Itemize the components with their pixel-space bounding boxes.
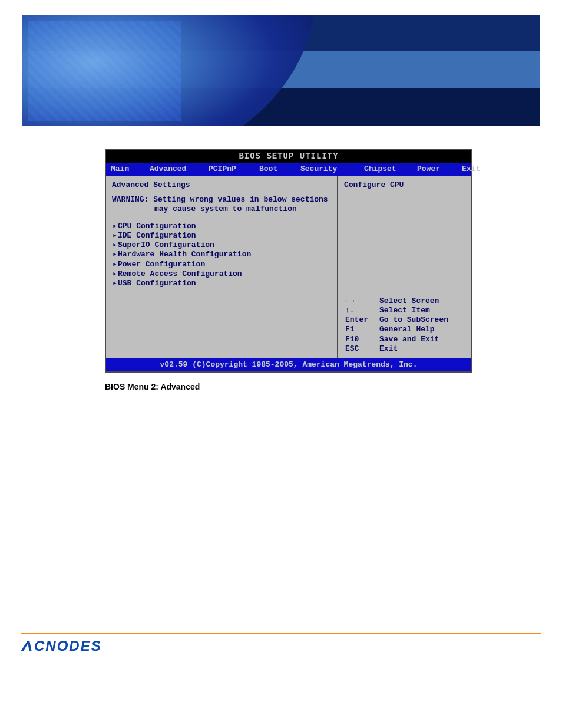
- brand-text: CNODES: [34, 638, 102, 654]
- menu-item[interactable]: ▸ Remote Access Configuration: [112, 269, 331, 279]
- menu-item-label: Remote Access Configuration: [118, 269, 242, 279]
- key-action: General Help: [378, 325, 468, 334]
- chevron-right-icon: ▸: [112, 279, 118, 288]
- menu-item[interactable]: ▸ USB Configuration: [112, 279, 331, 288]
- key-help-row: ESCExit: [344, 344, 468, 354]
- key-action: Select Screen: [378, 297, 468, 306]
- bios-left-pane: Advanced Settings WARNING: Setting wrong…: [106, 176, 338, 358]
- tab-exit[interactable]: Exit: [462, 164, 488, 173]
- bios-screenshot: BIOS SETUP UTILITY Main Advanced PCIPnP …: [105, 149, 472, 373]
- tab-boot[interactable]: Boot: [259, 164, 300, 173]
- key-name: ↑↓: [344, 306, 378, 315]
- chevron-right-icon: ▸: [112, 231, 118, 241]
- header-banner: [22, 15, 540, 126]
- bios-tab-bar: Main Advanced PCIPnP Boot Security Chips…: [106, 163, 471, 176]
- warning-text: WARNING: Setting wrong values in below s…: [112, 195, 331, 215]
- key-help-row: EnterGo to SubScreen: [344, 315, 468, 325]
- key-name: ←→: [344, 297, 378, 306]
- chevron-right-icon: ▸: [112, 269, 118, 279]
- help-text: Configure CPU: [344, 180, 468, 189]
- chevron-right-icon: ▸: [112, 250, 118, 259]
- menu-item-label: CPU Configuration: [118, 222, 196, 231]
- chevron-right-icon: ▸: [112, 222, 118, 231]
- brand-caret-icon: Λ: [21, 638, 34, 655]
- key-help-row: ←→Select Screen: [344, 297, 468, 306]
- key-action: Exit: [378, 344, 468, 354]
- menu-item[interactable]: ▸ SuperIO Configuration: [112, 241, 331, 250]
- bios-title: BIOS SETUP UTILITY: [106, 150, 471, 163]
- bios-right-pane: Configure CPU ←→Select Screen↑↓Select It…: [338, 176, 471, 358]
- tab-power[interactable]: Power: [417, 164, 462, 173]
- key-help-table: ←→Select Screen↑↓Select ItemEnterGo to S…: [344, 297, 468, 354]
- warning-line: WARNING: Setting wrong values in below s…: [112, 195, 331, 205]
- key-name: F10: [344, 335, 378, 344]
- tab-pcipnp[interactable]: PCIPnP: [209, 164, 259, 173]
- key-help-row: F1General Help: [344, 325, 468, 334]
- menu-item-label: SuperIO Configuration: [118, 241, 214, 250]
- key-name: F1: [344, 325, 378, 334]
- menu-item[interactable]: ▸ CPU Configuration: [112, 222, 331, 231]
- menu-item[interactable]: ▸ IDE Configuration: [112, 231, 331, 241]
- menu-item-label: USB Configuration: [118, 279, 196, 288]
- key-action: Go to SubScreen: [378, 315, 468, 325]
- menu-item[interactable]: ▸ Power Configuration: [112, 260, 331, 269]
- brand-logo: ΛCNODES: [22, 638, 562, 654]
- warning-line: may cause system to malfunction: [112, 205, 331, 214]
- key-name: ESC: [344, 344, 378, 354]
- key-action: Select Item: [378, 306, 468, 315]
- key-name: Enter: [344, 315, 378, 325]
- key-action: Save and Exit: [378, 335, 468, 344]
- menu-item-label: Power Configuration: [118, 260, 205, 269]
- banner-chip-texture: [28, 21, 181, 121]
- tab-security[interactable]: Security: [300, 164, 364, 173]
- figure-caption: BIOS Menu 2: Advanced: [105, 382, 562, 391]
- divider: [21, 633, 541, 634]
- menu-item-label: IDE Configuration: [118, 231, 196, 241]
- chevron-right-icon: ▸: [112, 260, 118, 269]
- bios-footer: v02.59 (C)Copyright 1985-2005, American …: [106, 358, 471, 371]
- menu-item-label: Hardware Health Configuration: [118, 250, 251, 259]
- key-help-row: F10Save and Exit: [344, 335, 468, 344]
- tab-advanced[interactable]: Advanced: [150, 164, 209, 173]
- tab-chipset[interactable]: Chipset: [364, 164, 417, 173]
- menu-item[interactable]: ▸ Hardware Health Configuration: [112, 250, 331, 259]
- chevron-right-icon: ▸: [112, 241, 118, 250]
- section-title: Advanced Settings: [112, 180, 331, 189]
- key-help-row: ↑↓Select Item: [344, 306, 468, 315]
- tab-main[interactable]: Main: [111, 164, 150, 173]
